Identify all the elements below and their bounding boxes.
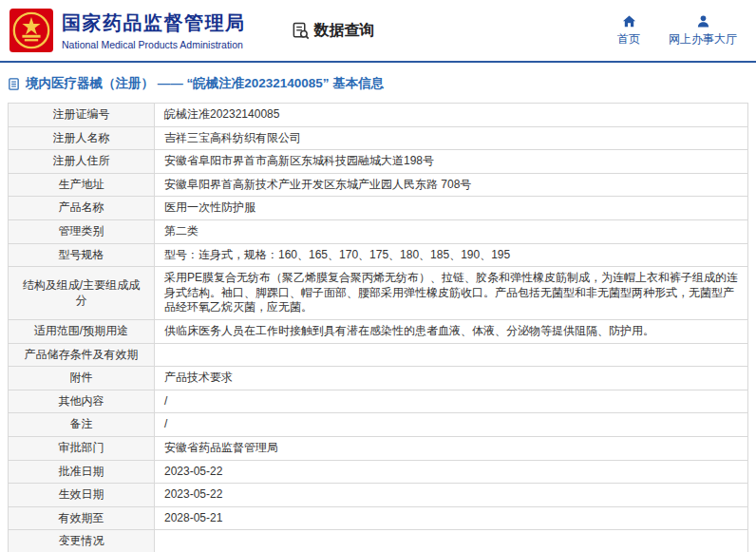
data-query-title: 数据查询 [314,21,375,41]
table-row: 审批部门 安徽省药品监督管理局 [9,436,748,460]
data-query-icon [292,22,310,40]
field-value: 皖械注准20232140085 [155,104,748,127]
site-header: 国家药品监督管理局 National Medical Products Admi… [0,0,756,61]
table-row: 有效期至 2028-05-21 [9,506,748,530]
field-value: 供临床医务人员在工作时接触到具有潜在感染性的患者血液、体液、分泌物等提供阻隔、防… [155,319,748,343]
nav-home-label: 首页 [617,31,640,48]
table-row: 产品储存条件及有效期 [9,343,748,367]
table-row: 生产地址 安徽阜阳界首高新技术产业开发区东城产业园人民东路 708号 [9,173,748,197]
field-label: 注册人名称 [9,126,155,150]
field-value: / [155,413,748,437]
field-label: 适用范围/预期用途 [9,319,155,343]
field-value: / [155,390,748,413]
field-label: 批准日期 [9,460,155,484]
field-label: 附件 [9,367,155,390]
table-row: 管理类别 第二类 [9,219,748,243]
table-row: 备注 / [9,413,748,437]
data-query-section: 数据查询 [292,21,375,41]
nav-service-hall[interactable]: 网上办事大厅 [669,14,737,48]
table-row: 生效日期 2023-05-22 [9,484,748,507]
nav-service-hall-label: 网上办事大厅 [669,31,737,48]
registration-table: 注册证编号 皖械注准20232140085 注册人名称 吉祥三宝高科纺织有限公司… [8,103,748,552]
field-label: 管理类别 [9,219,155,243]
table-row: 型号规格 型号：连身式，规格：160、165、170、175、180、185、1… [9,243,748,267]
field-label: 注册证编号 [9,104,155,127]
main-content: 注册证编号 皖械注准20232140085 注册人名称 吉祥三宝高科纺织有限公司… [0,103,756,552]
document-icon [8,78,20,90]
field-value: 采用PE膜复合无纺布（聚乙烯膜复合聚丙烯无纺布）、拉链、胶条和弹性橡皮筋制成，为… [155,267,748,320]
field-value: 型号：连身式，规格：160、165、170、175、180、185、190、19… [155,243,748,267]
field-value: 医用一次性防护服 [155,197,748,220]
field-label: 结构及组成/主要组成成分 [9,267,155,320]
table-row: 适用范围/预期用途 供临床医务人员在工作时接触到具有潜在感染性的患者血液、体液、… [9,319,748,343]
field-value: 2028-05-21 [155,506,748,530]
table-row: 注册证编号 皖械注准20232140085 [9,104,748,127]
org-title-block: 国家药品监督管理局 National Medical Products Admi… [62,10,246,50]
home-icon [622,14,636,29]
field-value [155,343,748,367]
field-label: 注册人住所 [9,150,155,174]
table-row: 产品名称 医用一次性防护服 [9,197,748,220]
field-label: 生效日期 [9,484,155,507]
field-value: 2023-05-22 [155,460,748,484]
field-value [155,530,748,552]
field-value: 安徽阜阳界首高新技术产业开发区东城产业园人民东路 708号 [155,173,748,197]
breadcrumb-text: 境内医疗器械（注册） —— “皖械注准20232140085” 基本信息 [26,75,384,92]
org-name: 国家药品监督管理局 [62,10,246,36]
nav-home[interactable]: 首页 [617,14,640,48]
table-row: 结构及组成/主要组成成分 采用PE膜复合无纺布（聚乙烯膜复合聚丙烯无纺布）、拉链… [9,267,748,320]
field-value: 2023-05-22 [155,484,748,507]
field-value: 吉祥三宝高科纺织有限公司 [155,126,748,150]
field-label: 其他内容 [9,390,155,413]
field-label: 产品名称 [9,197,155,220]
field-label: 备注 [9,413,155,437]
breadcrumb: 境内医疗器械（注册） —— “皖械注准20232140085” 基本信息 [0,63,756,101]
field-label: 变更情况 [9,530,155,552]
field-label: 有效期至 [9,506,155,530]
field-value: 安徽省药品监督管理局 [155,436,748,460]
table-row: 批准日期 2023-05-22 [9,460,748,484]
field-value: 安徽省阜阳市界首市高新区东城科技园融城大道198号 [155,150,748,174]
field-label: 审批部门 [9,436,155,460]
field-label: 产品储存条件及有效期 [9,343,155,367]
national-emblem-icon [9,9,53,52]
table-row: 注册人住所 安徽省阜阳市界首市高新区东城科技园融城大道198号 [9,150,748,174]
field-value: 产品技术要求 [155,367,748,390]
table-row: 注册人名称 吉祥三宝高科纺织有限公司 [9,126,748,150]
field-label: 型号规格 [9,243,155,267]
table-row: 其他内容 / [9,390,748,413]
table-row: 附件 产品技术要求 [9,367,748,390]
table-row: 变更情况 [9,530,748,552]
top-nav: 首页 网上办事大厅 [617,14,747,48]
user-icon [696,14,710,29]
field-label: 生产地址 [9,173,155,197]
org-name-en: National Medical Products Administration [62,39,246,50]
field-value: 第二类 [155,219,748,243]
